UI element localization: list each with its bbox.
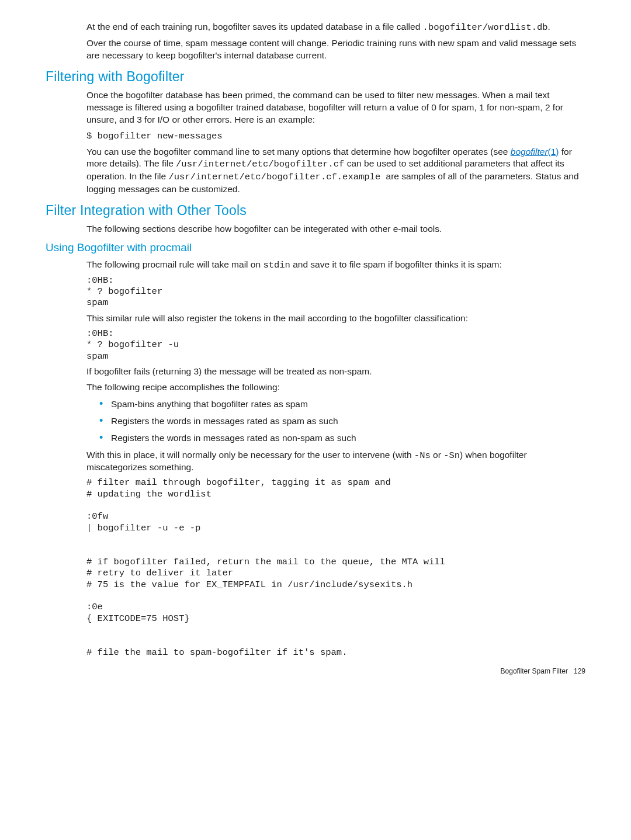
sec1-p2a: You can use the bogofilter command line … — [86, 147, 511, 157]
sec3-code2: :0HB: * ? bogofilter -u spam — [86, 328, 583, 362]
sec3-code1: :0HB: * ? bogofilter spam — [86, 275, 583, 309]
bullet-1: Spam-bins anything that bogofilter rates… — [111, 399, 308, 409]
footer-label: Bogofilter Spam Filter — [501, 667, 568, 675]
intro-p1a: At the end of each training run, bogofil… — [86, 22, 423, 32]
sec2-body: The following sections describe how bogo… — [86, 223, 583, 235]
intro-p1b: . — [548, 22, 550, 32]
sec3-p1b: and save it to file spam if bogofilter t… — [290, 259, 502, 269]
sec1-cmd1: $ bogofilter new-messages — [86, 131, 223, 141]
sec3-p1a: The following procmail rule will take ma… — [86, 259, 263, 269]
sec1-p2-code1: /usr/internet/etc/bogofilter.cf — [176, 159, 344, 169]
sec3-p5-code1: -Ns — [414, 450, 431, 461]
sec1-body: Once the bogofilter database has been pr… — [86, 89, 583, 196]
list-item: Spam-bins anything that bogofilter rates… — [99, 398, 583, 411]
footer-page: 129 — [574, 667, 585, 675]
intro-p1-code: .bogofilter/wordlist.db — [423, 22, 548, 33]
bullet-2: Registers the words in messages rated as… — [111, 416, 338, 426]
sec3-p5-code2: -Sn — [443, 450, 460, 461]
heading-integration: Filter Integration with Other Tools — [46, 202, 585, 220]
sec1-p1: Once the bogofilter database has been pr… — [86, 89, 583, 126]
page-footer: Bogofilter Spam Filter 129 — [46, 667, 585, 676]
sec3-p3: If bogofilter fails (returning 3) the me… — [86, 366, 583, 378]
sec3-p1: The following procmail rule will take ma… — [86, 259, 583, 272]
sec1-p2: You can use the bogofilter command line … — [86, 146, 583, 196]
heading-filtering: Filtering with Bogofilter — [46, 68, 585, 86]
intro-p2: Over the course of time, spam message co… — [86, 37, 583, 62]
sec3-p5b: or — [431, 450, 443, 460]
heading-procmail: Using Bogofilter with procmail — [46, 240, 585, 255]
sec1-p2-code2: /usr/internet/etc/bogofilter.cf.example — [168, 172, 386, 182]
link-manref: (1) — [548, 147, 559, 157]
sec3-p5: With this in place, it will normally onl… — [86, 449, 583, 474]
intro-block: At the end of each training run, bogofil… — [86, 21, 583, 62]
bullet-3: Registers the words in messages rated as… — [111, 433, 356, 443]
sec3-p1-code: stdin — [263, 260, 290, 270]
recipe-list: Spam-bins anything that bogofilter rates… — [86, 398, 583, 445]
link-label: bogofilter — [511, 147, 548, 157]
sec3-p2: This similar rule will also register the… — [86, 313, 583, 325]
list-item: Registers the words in messages rated as… — [99, 432, 583, 445]
intro-p1: At the end of each training run, bogofil… — [86, 21, 583, 34]
sec3-body: The following procmail rule will take ma… — [86, 259, 583, 659]
sec2-p1: The following sections describe how bogo… — [86, 223, 583, 235]
sec3-p5a: With this in place, it will normally onl… — [86, 450, 414, 460]
sec3-code3: # filter mail through bogofilter, taggin… — [86, 477, 583, 658]
list-item: Registers the words in messages rated as… — [99, 415, 583, 428]
bogofilter-manpage-link[interactable]: bogofilter(1) — [511, 147, 559, 157]
sec3-p4: The following recipe accomplishes the fo… — [86, 381, 583, 394]
